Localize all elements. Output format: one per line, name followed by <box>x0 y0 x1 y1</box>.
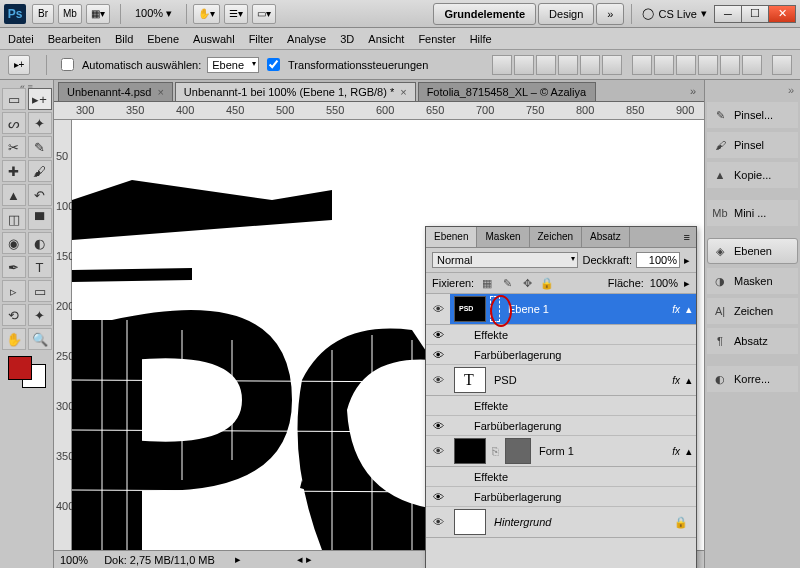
dist-icon[interactable] <box>676 55 696 75</box>
lock-paint-icon[interactable]: ✎ <box>500 276 514 290</box>
effects-row[interactable]: Effekte <box>426 467 696 487</box>
effect-item[interactable]: 👁Farbüberlagerung <box>426 416 696 436</box>
menu-analyse[interactable]: Analyse <box>287 33 326 45</box>
blur-tool[interactable]: ◉ <box>2 232 26 254</box>
layer-row[interactable]: 👁 ⎘ Form 1 fx▴ <box>426 436 696 467</box>
effect-item[interactable]: 👁Farbüberlagerung <box>426 345 696 365</box>
fx-icon[interactable]: fx <box>666 446 686 457</box>
zoom-level[interactable]: 100% ▾ <box>135 7 172 20</box>
dist-icon[interactable] <box>698 55 718 75</box>
history-tool[interactable]: ↶ <box>28 184 52 206</box>
visibility-icon[interactable]: 👁 <box>426 445 450 457</box>
menu-ansicht[interactable]: Ansicht <box>368 33 404 45</box>
heal-tool[interactable]: ✚ <box>2 160 26 182</box>
close-button[interactable]: ✕ <box>768 5 796 23</box>
visibility-icon[interactable]: 👁 <box>426 516 450 528</box>
align-icon[interactable] <box>558 55 578 75</box>
minimize-button[interactable]: ─ <box>714 5 742 23</box>
3dcam-tool[interactable]: ✦ <box>28 304 52 326</box>
panel-ebenen[interactable]: ◈Ebenen <box>707 238 798 264</box>
lock-all-icon[interactable]: 🔒 <box>540 276 554 290</box>
brush-tool[interactable]: 🖌 <box>28 160 52 182</box>
dist-icon[interactable] <box>654 55 674 75</box>
effect-item[interactable]: 👁Farbüberlagerung <box>426 487 696 507</box>
screen-button[interactable]: ▭▾ <box>252 4 276 24</box>
panel-zeichen[interactable]: A|Zeichen <box>707 298 798 324</box>
move-tool[interactable]: ▸+ <box>28 88 52 110</box>
lock-pixels-icon[interactable]: ▦ <box>480 276 494 290</box>
close-icon[interactable]: × <box>157 86 163 98</box>
cslive-button[interactable]: CS Live <box>658 8 697 20</box>
vector-mask-thumb[interactable] <box>505 438 531 464</box>
status-zoom[interactable]: 100% <box>60 554 88 566</box>
character-tab[interactable]: Zeichen <box>530 227 583 247</box>
menu-ebene[interactable]: Ebene <box>147 33 179 45</box>
effects-row[interactable]: Effekte <box>426 396 696 416</box>
gradient-tool[interactable]: ▀ <box>28 208 52 230</box>
fx-icon[interactable]: fx <box>666 375 686 386</box>
close-icon[interactable]: × <box>400 86 406 98</box>
pen-tool[interactable]: ✒ <box>2 256 26 278</box>
bridge-button[interactable]: Br <box>32 4 54 24</box>
type-tool[interactable]: T <box>28 256 52 278</box>
layer-row[interactable]: 👁 PSD fx▴ <box>426 365 696 396</box>
panel-pinsel-preset[interactable]: ✎Pinsel... <box>707 102 798 128</box>
auto-align-icon[interactable] <box>772 55 792 75</box>
eyedropper-tool[interactable]: ✎ <box>28 136 52 158</box>
layer-thumb[interactable] <box>454 296 486 322</box>
doc-tab[interactable]: Unbenannt-4.psd× <box>58 82 173 101</box>
panel-mini[interactable]: MbMini ... <box>707 200 798 226</box>
dist-icon[interactable] <box>632 55 652 75</box>
panel-masken[interactable]: ◑Masken <box>707 268 798 294</box>
tabs-overflow[interactable]: » <box>682 81 704 101</box>
menu-auswahl[interactable]: Auswahl <box>193 33 235 45</box>
minibridge-button[interactable]: Mb <box>58 4 82 24</box>
menu-bild[interactable]: Bild <box>115 33 133 45</box>
dist-icon[interactable] <box>720 55 740 75</box>
layer-name[interactable]: Form 1 <box>535 445 666 457</box>
align-icon[interactable] <box>602 55 622 75</box>
paragraph-tab[interactable]: Absatz <box>582 227 630 247</box>
layers-panel[interactable]: Ebenen Masken Zeichen Absatz ≡ Normal De… <box>425 226 697 568</box>
dodge-tool[interactable]: ◐ <box>28 232 52 254</box>
ruler-horizontal[interactable]: 300350400450500550600650700750800850900 <box>54 102 704 120</box>
hand-tool[interactable]: ✋ <box>2 328 26 350</box>
menu-hilfe[interactable]: Hilfe <box>470 33 492 45</box>
align-icon[interactable] <box>536 55 556 75</box>
layer-name[interactable]: Ebene 1 <box>504 303 666 315</box>
workspace-grundelemente[interactable]: Grundelemente <box>433 3 536 25</box>
layer-thumb[interactable] <box>454 367 486 393</box>
workspace-more[interactable]: » <box>596 3 624 25</box>
mask-thumb[interactable] <box>490 296 500 322</box>
arrange-button[interactable]: ☰▾ <box>224 4 248 24</box>
layers-tab[interactable]: Ebenen <box>426 227 477 247</box>
3d-tool[interactable]: ⟲ <box>2 304 26 326</box>
fx-icon[interactable]: fx <box>666 304 686 315</box>
lock-position-icon[interactable]: ✥ <box>520 276 534 290</box>
opacity-field[interactable]: 100% <box>636 252 680 268</box>
transform-checkbox[interactable] <box>267 58 280 71</box>
visibility-icon[interactable]: 👁 <box>426 294 450 324</box>
move-tool-icon[interactable]: ▸+ <box>8 55 30 75</box>
auto-select-checkbox[interactable] <box>61 58 74 71</box>
blend-mode-dropdown[interactable]: Normal <box>432 252 578 268</box>
layout-button[interactable]: ▦▾ <box>86 4 110 24</box>
color-swatch[interactable] <box>8 356 46 388</box>
layer-thumb[interactable] <box>454 438 486 464</box>
panel-korre[interactable]: ◐Korre... <box>707 366 798 392</box>
menu-filter[interactable]: Filter <box>249 33 273 45</box>
menu-datei[interactable]: Datei <box>8 33 34 45</box>
shape-tool[interactable]: ▭ <box>28 280 52 302</box>
ruler-vertical[interactable]: 50100150200250300350400 <box>54 120 72 550</box>
masks-tab[interactable]: Masken <box>477 227 529 247</box>
layer-name[interactable]: PSD <box>490 374 666 386</box>
zoom-tool[interactable]: 🔍 <box>28 328 52 350</box>
eraser-tool[interactable]: ◫ <box>2 208 26 230</box>
wand-tool[interactable]: ✦ <box>28 112 52 134</box>
crop-tool[interactable]: ✂ <box>2 136 26 158</box>
layer-row[interactable]: 👁 Hintergrund 🔒 <box>426 507 696 538</box>
path-tool[interactable]: ▹ <box>2 280 26 302</box>
visibility-icon[interactable]: 👁 <box>426 374 450 386</box>
panel-absatz[interactable]: ¶Absatz <box>707 328 798 354</box>
layer-row[interactable]: 👁 Ebene 1 fx▴ <box>426 294 696 325</box>
